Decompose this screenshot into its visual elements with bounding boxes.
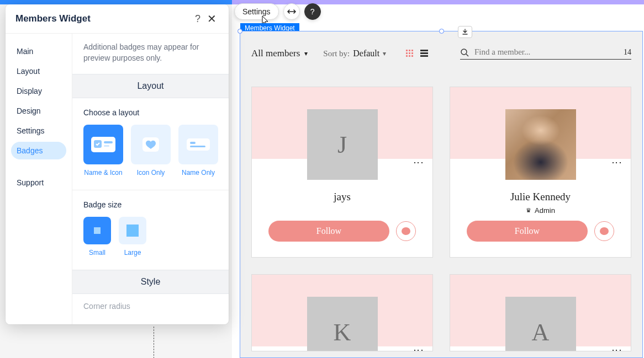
close-icon[interactable]: ✕	[205, 12, 219, 25]
sort-label: Sort by:	[323, 49, 350, 58]
nav-item-main[interactable]: Main	[11, 42, 66, 60]
follow-button[interactable]: Follow	[467, 221, 588, 242]
svg-rect-8	[190, 146, 205, 147]
layout-option[interactable]: Name Only	[178, 125, 218, 177]
resize-handle[interactable]	[439, 29, 444, 34]
filter-label: All members	[251, 48, 300, 59]
download-icon[interactable]	[458, 26, 472, 38]
nav-item-support[interactable]: Support	[11, 174, 66, 191]
member-card: Jjays⋮Follow	[251, 87, 433, 258]
svg-rect-6	[187, 138, 210, 151]
filter-dropdown[interactable]: All members ▾	[251, 48, 308, 59]
nav-item-design[interactable]: Design	[11, 102, 66, 120]
chevron-down-icon: ▾	[304, 50, 308, 58]
member-count: 14	[624, 48, 631, 57]
member-role: ♛Admin	[450, 206, 631, 215]
nav-item-settings[interactable]: Settings	[11, 122, 66, 140]
search-input[interactable]	[474, 47, 618, 57]
nav-item-badges[interactable]: Badges	[11, 142, 66, 159]
member-card: Julie Kennedy♛Admin⋮Follow	[450, 87, 631, 258]
editor-frame: All members ▾ Sort by: Default ▾ 14 Jjay…	[240, 31, 643, 358]
svg-rect-4	[104, 145, 109, 147]
badges-note: Additional badges may appear for preview…	[72, 34, 229, 74]
member-name: Julie Kennedy	[450, 191, 631, 203]
chat-button[interactable]	[396, 221, 416, 241]
badge-size-label: Badge size	[83, 200, 218, 209]
grid-view-icon[interactable]	[406, 50, 414, 57]
chat-icon	[600, 227, 609, 235]
choose-layout-label: Choose a layout	[83, 108, 218, 117]
avatar: A	[505, 297, 576, 351]
nav-item-display[interactable]: Display	[11, 82, 66, 100]
chevron-down-icon: ▾	[383, 50, 386, 58]
avatar: J	[307, 109, 378, 180]
search-icon	[460, 48, 469, 57]
member-name: jays	[252, 191, 432, 203]
panel-help-icon[interactable]: ?	[191, 13, 205, 25]
size-option[interactable]: Large	[119, 217, 146, 257]
avatar	[505, 109, 576, 180]
settings-button[interactable]: Settings	[234, 3, 279, 20]
follow-button[interactable]: Follow	[268, 221, 389, 242]
card-menu-icon[interactable]: ⋮	[413, 345, 425, 351]
svg-rect-7	[190, 142, 196, 144]
corner-radius-label: Corner radius	[72, 294, 229, 318]
card-menu-icon[interactable]: ⋮	[611, 345, 623, 351]
member-card: A⋮	[450, 274, 631, 351]
layout-header: Layout	[72, 74, 229, 98]
chat-button[interactable]	[594, 221, 614, 241]
panel-title: Members Widget	[15, 13, 91, 24]
svg-point-0	[461, 49, 467, 55]
crown-icon: ♛	[526, 207, 531, 214]
list-view-icon[interactable]	[420, 50, 428, 57]
size-option[interactable]: Small	[83, 217, 111, 257]
layout-option[interactable]: Name & Icon	[83, 125, 123, 177]
chat-icon	[402, 227, 410, 235]
resize-handle[interactable]	[237, 29, 242, 34]
layout-option[interactable]: Icon Only	[131, 125, 171, 177]
stretch-icon[interactable]	[283, 3, 300, 20]
style-header: Style	[72, 270, 229, 294]
card-menu-icon[interactable]: ⋮	[611, 158, 623, 167]
svg-rect-3	[104, 141, 113, 143]
help-icon[interactable]: ?	[304, 3, 321, 20]
card-menu-icon[interactable]: ⋮	[413, 158, 425, 167]
member-card: K⋮	[251, 274, 433, 351]
sort-value[interactable]: Default	[353, 49, 379, 58]
nav-item-layout[interactable]: Layout	[11, 62, 66, 80]
settings-panel: Members Widget ? ✕ MainLayoutDisplayDesi…	[6, 4, 229, 324]
guide-line	[154, 327, 154, 358]
avatar: K	[307, 297, 378, 351]
